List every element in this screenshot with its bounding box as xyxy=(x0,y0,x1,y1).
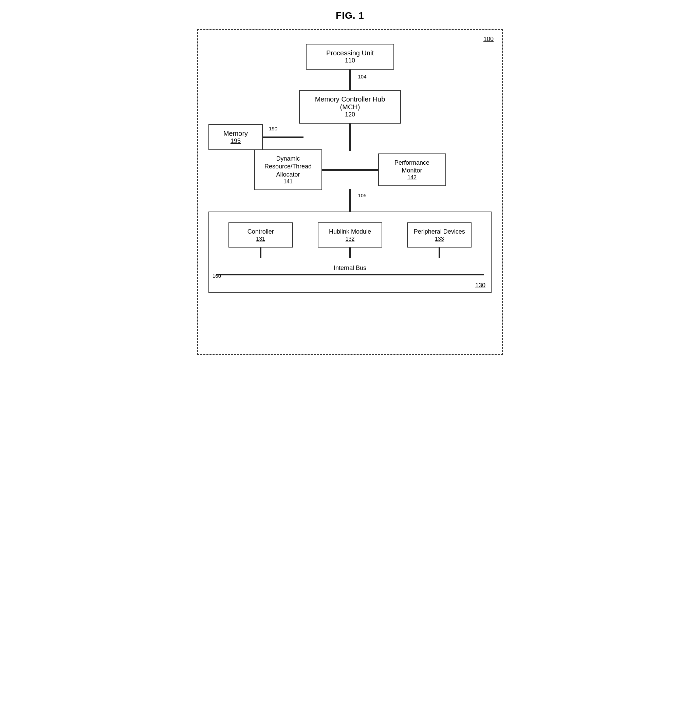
allocator-ref: 141 xyxy=(260,179,316,185)
wire-junction-perf xyxy=(351,169,378,171)
wire-mch-junction xyxy=(349,124,351,151)
processing-unit-label: Processing Unit xyxy=(317,49,383,57)
wire-peripheral-bus xyxy=(439,247,440,258)
mch-label: Memory Controller Hub xyxy=(310,95,390,103)
diagram: Processing Unit 110 104 Memory Controlle… xyxy=(208,44,492,293)
internal-bus-section: Internal Bus xyxy=(216,264,484,275)
controller-column: Controller 131 xyxy=(228,222,293,257)
allocator-label: Dynamic Resource/Thread Allocator xyxy=(260,155,316,179)
ref-130: 130 xyxy=(475,282,485,289)
inner-container: Controller 131 Hublink Module 132 Periph… xyxy=(208,212,492,293)
mch-box: Memory Controller Hub (MCH) 120 xyxy=(299,90,401,124)
peripheral-ref: 133 xyxy=(413,236,465,242)
ref-100: 100 xyxy=(484,36,494,43)
label-190: 190 xyxy=(269,126,277,131)
peripheral-column: Peripheral Devices 133 xyxy=(407,222,472,257)
peripheral-box: Peripheral Devices 133 xyxy=(407,222,472,247)
mch-ref: 120 xyxy=(310,111,390,118)
figure-title: FIG. 1 xyxy=(336,10,364,21)
internal-bus-line xyxy=(216,274,484,275)
memory-box: Memory 195 xyxy=(208,124,263,150)
mch-label2: (MCH) xyxy=(310,103,390,111)
wire-memory-mch xyxy=(263,137,303,138)
hublink-label: Hublink Module xyxy=(324,228,376,235)
processing-unit-box: Processing Unit 110 xyxy=(306,44,394,69)
outer-container: 100 Processing Unit 110 104 Memory Contr… xyxy=(197,29,503,355)
wire-junction-iobus xyxy=(349,189,351,213)
wire-allocator-junction xyxy=(322,169,349,171)
label-160: 160 xyxy=(212,273,221,279)
junction-dot xyxy=(349,169,351,171)
processing-unit-ref: 110 xyxy=(317,57,383,64)
perf-monitor-box: Performance Monitor 142 xyxy=(378,153,446,186)
wire-hublink-bus xyxy=(349,247,351,258)
perf-monitor-ref: 142 xyxy=(384,175,440,181)
label-104: 104 xyxy=(358,74,366,79)
controller-label: Controller xyxy=(235,228,287,235)
allocator-box: Dynamic Resource/Thread Allocator 141 xyxy=(254,149,322,190)
perf-monitor-label: Performance Monitor xyxy=(384,159,440,175)
controller-ref: 131 xyxy=(235,236,287,242)
controller-box: Controller 131 xyxy=(228,222,293,247)
hublink-ref: 132 xyxy=(324,236,376,242)
peripheral-label: Peripheral Devices xyxy=(413,228,465,235)
hublink-box: Hublink Module 132 xyxy=(318,222,382,247)
wire-pu-mch xyxy=(349,69,351,90)
hublink-column: Hublink Module 132 xyxy=(318,222,382,257)
internal-bus-label: Internal Bus xyxy=(216,264,484,272)
wire-controller-bus xyxy=(260,247,261,258)
memory-label: Memory xyxy=(216,130,255,137)
memory-ref: 195 xyxy=(216,137,255,144)
label-105: 105 xyxy=(358,192,366,198)
inner-boxes-row: Controller 131 Hublink Module 132 Periph… xyxy=(216,222,484,257)
